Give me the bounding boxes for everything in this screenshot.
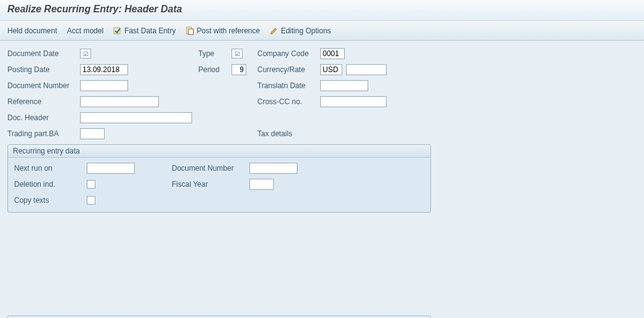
currency-input[interactable] bbox=[320, 64, 342, 75]
recurring-entry-group: Recurring entry data Next run on Deletio… bbox=[7, 144, 431, 213]
reference-label: Reference bbox=[7, 97, 76, 106]
recurring-col-a: Next run on Deletion ind. Copy texts bbox=[14, 161, 135, 207]
doc-header-input[interactable] bbox=[80, 112, 192, 123]
reference-input[interactable] bbox=[80, 96, 159, 107]
document-date-label: Document Date bbox=[7, 49, 76, 58]
copy-texts-checkbox[interactable] bbox=[87, 196, 95, 205]
document-date-required-icon[interactable] bbox=[80, 49, 91, 59]
cross-cc-label: Cross-CC no. bbox=[257, 97, 316, 106]
post-with-reference-button[interactable]: Post with reference bbox=[185, 26, 260, 35]
rate-input[interactable] bbox=[346, 64, 387, 75]
post-with-reference-label: Post with reference bbox=[196, 26, 260, 35]
rec-document-number-label: Document Number bbox=[172, 164, 246, 173]
page-title: Realize Recurring Entry: Header Data bbox=[7, 4, 637, 15]
acct-model-button[interactable]: Acct model bbox=[67, 26, 103, 35]
recurring-entry-title: Recurring entry data bbox=[8, 145, 430, 158]
doc-header-label: Doc. Header bbox=[7, 113, 76, 122]
fast-data-entry-label: Fast Data Entry bbox=[124, 26, 175, 35]
deletion-ind-label: Deletion ind. bbox=[14, 180, 83, 189]
fast-data-entry-button[interactable]: Fast Data Entry bbox=[113, 26, 175, 35]
next-run-on-input[interactable] bbox=[87, 163, 135, 174]
title-bar: Realize Recurring Entry: Header Data bbox=[0, 0, 644, 21]
currency-rate-label: Currency/Rate bbox=[257, 65, 316, 74]
held-document-button[interactable]: Held document bbox=[7, 26, 57, 35]
pencil-icon bbox=[270, 26, 278, 35]
toolbar: Held document Acct model Fast Data Entry… bbox=[0, 21, 644, 41]
fast-entry-icon bbox=[113, 26, 122, 35]
type-required-icon[interactable] bbox=[231, 49, 243, 59]
post-reference-icon bbox=[185, 26, 194, 35]
period-input[interactable] bbox=[231, 64, 246, 75]
svg-rect-2 bbox=[188, 29, 193, 35]
form-grid: Document Date Posting Date Document Numb… bbox=[7, 47, 637, 141]
recurring-col-b: Document Number Fiscal Year bbox=[172, 161, 297, 207]
translatn-date-label: Translatn Date bbox=[257, 81, 316, 90]
held-document-label: Held document bbox=[7, 26, 57, 35]
fiscal-year-input[interactable] bbox=[249, 179, 274, 190]
editing-options-label: Editing Options bbox=[281, 26, 331, 35]
trading-part-label: Trading part.BA bbox=[7, 129, 76, 138]
acct-model-label: Acct model bbox=[67, 26, 103, 35]
posting-date-label: Posting Date bbox=[7, 65, 76, 74]
type-label: Type bbox=[198, 49, 228, 58]
header-data-area: Document Date Posting Date Document Numb… bbox=[0, 41, 644, 263]
next-run-on-label: Next run on bbox=[14, 164, 83, 173]
tax-details-label: Tax details bbox=[257, 129, 316, 138]
fiscal-year-label: Fiscal Year bbox=[172, 180, 246, 189]
company-code-input[interactable] bbox=[320, 48, 345, 59]
document-number-input[interactable] bbox=[80, 80, 128, 91]
copy-texts-label: Copy texts bbox=[14, 196, 83, 205]
document-number-label: Document Number bbox=[7, 81, 76, 90]
trading-part-input[interactable] bbox=[80, 128, 105, 139]
col-a: Document Date Posting Date Document Numb… bbox=[7, 47, 192, 141]
bottom-area: First line item PstKy Account SGL Ind TT… bbox=[0, 263, 644, 318]
cross-cc-input[interactable] bbox=[320, 96, 387, 107]
translatn-date-input[interactable] bbox=[320, 80, 368, 91]
rec-document-number-input[interactable] bbox=[249, 163, 297, 174]
company-code-label: Company Code bbox=[257, 49, 316, 58]
col-c: Company Code Currency/Rate Translatn Dat… bbox=[257, 47, 387, 141]
posting-date-input[interactable] bbox=[80, 64, 128, 75]
deletion-ind-checkbox[interactable] bbox=[87, 180, 95, 189]
col-b: Type Period bbox=[198, 47, 246, 141]
period-label: Period bbox=[198, 65, 228, 74]
editing-options-button[interactable]: Editing Options bbox=[270, 26, 331, 35]
first-line-item-group: First line item PstKy Account SGL Ind TT… bbox=[7, 316, 431, 318]
